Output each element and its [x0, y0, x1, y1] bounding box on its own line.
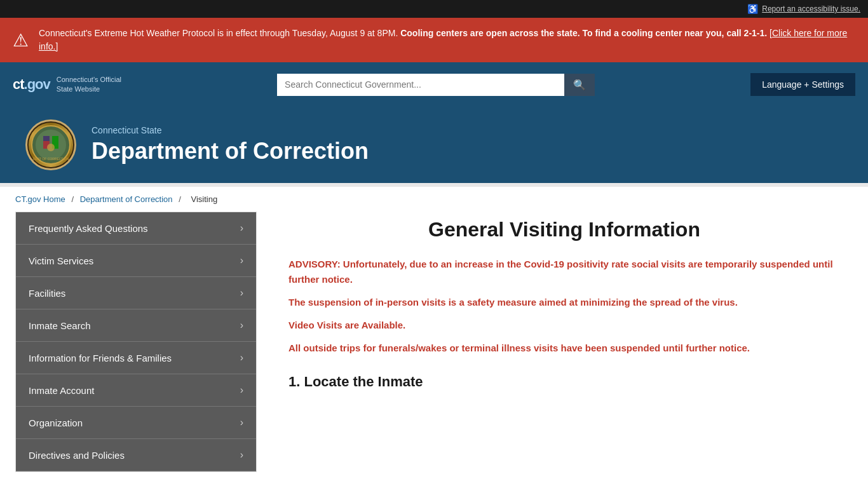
search-input[interactable] — [277, 74, 564, 96]
ct-logo: ct.gov Connecticut's Official State Webs… — [13, 75, 121, 95]
search-form: 🔍 — [277, 74, 595, 96]
department-header: DEPT OF CORRECTION Connecticut State Dep… — [0, 107, 868, 183]
warning-icon: ⚠ — [13, 30, 29, 51]
sidebar-item-organization-label: Organization — [29, 417, 83, 428]
content-area: Frequently Asked Questions › Victim Serv… — [0, 212, 868, 488]
sidebar-item-inmate-account[interactable]: Inmate Account › — [16, 374, 256, 407]
sidebar-item-friends-families-label: Information for Friends & Families — [29, 353, 172, 363]
breadcrumb-dept[interactable]: Department of Correction — [80, 194, 173, 204]
svg-text:DEPT OF CORRECTION: DEPT OF CORRECTION — [33, 157, 69, 161]
sidebar-item-faq[interactable]: Frequently Asked Questions › — [16, 212, 256, 245]
sidebar-item-inmate-account-label: Inmate Account — [29, 385, 94, 396]
advisory-2: The suspension of in-person visits is a … — [288, 295, 840, 310]
alert-bold-text: Cooling centers are open across the stat… — [400, 28, 767, 38]
chevron-icon-directives: › — [240, 449, 243, 461]
alert-text: Connecticut's Extreme Hot Weather Protoc… — [39, 27, 855, 53]
sidebar-item-directives[interactable]: Directives and Policies › — [16, 439, 256, 471]
chevron-icon-victim: › — [240, 255, 243, 266]
seal-inner: DEPT OF CORRECTION — [29, 123, 73, 167]
alert-normal-text: Connecticut's Extreme Hot Weather Protoc… — [39, 28, 400, 38]
ct-official-text: Connecticut's Official State Website — [57, 75, 121, 95]
department-subtitle: Connecticut State — [92, 125, 369, 135]
language-settings-button[interactable]: Language + Settings — [750, 73, 855, 96]
breadcrumb-separator-2: / — [179, 194, 181, 204]
sidebar-item-victim-label: Victim Services — [29, 255, 93, 266]
ct-text: ct — [13, 76, 24, 92]
sidebar-item-inmate-search[interactable]: Inmate Search › — [16, 309, 256, 342]
search-button[interactable]: 🔍 — [564, 74, 595, 96]
chevron-icon-organization: › — [240, 417, 243, 428]
sidebar-item-facilities-label: Facilities — [29, 288, 65, 299]
advisory-4: All outside trips for funerals/wakes or … — [288, 341, 840, 356]
sidebar-item-directives-label: Directives and Policies — [29, 450, 125, 461]
search-icon: 🔍 — [573, 79, 586, 90]
breadcrumb-separator-1: / — [71, 194, 74, 204]
main-content: General Visiting Information ADVISORY: U… — [276, 212, 853, 390]
main-wrapper: CT.gov Home / Department of Correction /… — [0, 187, 868, 488]
advisory-3: Video Visits are Available. — [288, 318, 840, 333]
advisory-1: ADVISORY: Unfortunately, due to an incre… — [288, 257, 840, 287]
chevron-icon-inmate-account: › — [240, 384, 243, 396]
dot-gov-text: .gov — [24, 76, 50, 92]
ct-nav-bar: ct.gov Connecticut's Official State Webs… — [0, 62, 868, 107]
top-accessibility-bar: ♿ Report an accessibility issue. — [0, 0, 868, 18]
department-title-block: Connecticut State Department of Correcti… — [92, 125, 369, 165]
alert-banner: ⚠ Connecticut's Extreme Hot Weather Prot… — [0, 18, 868, 62]
svg-point-5 — [47, 144, 55, 151]
breadcrumb-current: Visiting — [191, 194, 217, 204]
department-name: Department of Correction — [92, 138, 369, 165]
page-title: General Visiting Information — [288, 212, 840, 241]
department-seal: DEPT OF CORRECTION — [25, 119, 76, 170]
chevron-icon-inmate-search: › — [240, 320, 243, 331]
sidebar-nav: Frequently Asked Questions › Victim Serv… — [15, 212, 257, 472]
section-1-title: 1. Locate the Inmate — [288, 374, 840, 390]
svg-rect-3 — [43, 136, 50, 141]
sidebar-item-faq-label: Frequently Asked Questions — [29, 223, 148, 234]
breadcrumb: CT.gov Home / Department of Correction /… — [0, 187, 868, 212]
accessibility-icon: ♿ — [747, 4, 758, 14]
sidebar-item-facilities[interactable]: Facilities › — [16, 277, 256, 309]
sidebar-item-inmate-search-label: Inmate Search — [29, 320, 91, 331]
sidebar-item-victim-services[interactable]: Victim Services › — [16, 245, 256, 277]
chevron-icon-facilities: › — [240, 287, 243, 299]
ct-logo-text: ct.gov — [13, 76, 50, 93]
chevron-icon-friends: › — [240, 352, 243, 363]
chevron-icon-faq: › — [240, 222, 243, 234]
accessibility-link[interactable]: Report an accessibility issue. — [762, 4, 860, 13]
sidebar-item-friends-families[interactable]: Information for Friends & Families › — [16, 342, 256, 374]
breadcrumb-home[interactable]: CT.gov Home — [15, 194, 65, 204]
sidebar-item-organization[interactable]: Organization › — [16, 407, 256, 439]
